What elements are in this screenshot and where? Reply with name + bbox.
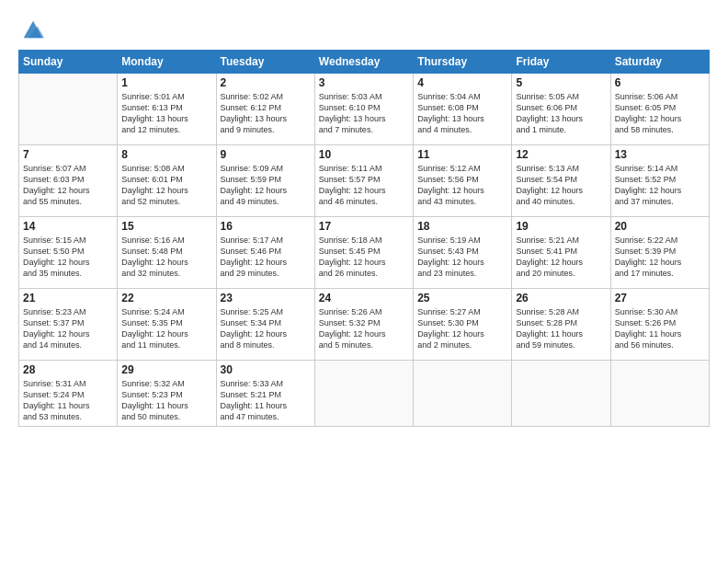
calendar-cell: 27Sunrise: 5:30 AM Sunset: 5:26 PM Dayli… <box>610 289 709 361</box>
col-header-friday: Friday <box>512 51 610 74</box>
calendar-cell: 30Sunrise: 5:33 AM Sunset: 5:21 PM Dayli… <box>216 361 314 427</box>
day-number: 11 <box>417 148 507 161</box>
day-info: Sunrise: 5:03 AM Sunset: 6:10 PM Dayligh… <box>319 91 409 136</box>
day-info: Sunrise: 5:11 AM Sunset: 5:57 PM Dayligh… <box>319 163 409 208</box>
day-number: 17 <box>319 220 409 233</box>
day-info: Sunrise: 5:01 AM Sunset: 6:13 PM Dayligh… <box>121 91 211 136</box>
calendar-cell: 10Sunrise: 5:11 AM Sunset: 5:57 PM Dayli… <box>314 145 413 217</box>
calendar-cell: 9Sunrise: 5:09 AM Sunset: 5:59 PM Daylig… <box>216 145 314 217</box>
calendar-cell: 14Sunrise: 5:15 AM Sunset: 5:50 PM Dayli… <box>19 217 118 289</box>
calendar-week-row: 14Sunrise: 5:15 AM Sunset: 5:50 PM Dayli… <box>19 217 710 289</box>
day-info: Sunrise: 5:16 AM Sunset: 5:48 PM Dayligh… <box>121 235 211 280</box>
calendar-cell: 16Sunrise: 5:17 AM Sunset: 5:46 PM Dayli… <box>216 217 314 289</box>
day-number: 23 <box>221 292 311 304</box>
calendar-week-row: 1Sunrise: 5:01 AM Sunset: 6:13 PM Daylig… <box>19 74 710 145</box>
day-number: 6 <box>615 76 705 89</box>
day-number: 19 <box>516 220 606 233</box>
col-header-tuesday: Tuesday <box>216 51 314 74</box>
calendar-cell: 25Sunrise: 5:27 AM Sunset: 5:30 PM Dayli… <box>414 289 512 361</box>
calendar-cell: 8Sunrise: 5:08 AM Sunset: 6:01 PM Daylig… <box>118 145 216 217</box>
header <box>18 17 710 40</box>
day-info: Sunrise: 5:05 AM Sunset: 6:06 PM Dayligh… <box>516 91 606 136</box>
calendar-cell: 6Sunrise: 5:06 AM Sunset: 6:05 PM Daylig… <box>610 74 709 145</box>
day-info: Sunrise: 5:18 AM Sunset: 5:45 PM Dayligh… <box>319 235 409 280</box>
calendar-cell: 26Sunrise: 5:28 AM Sunset: 5:28 PM Dayli… <box>512 289 610 361</box>
calendar-cell <box>512 361 610 427</box>
day-info: Sunrise: 5:08 AM Sunset: 6:01 PM Dayligh… <box>121 163 211 208</box>
day-info: Sunrise: 5:12 AM Sunset: 5:56 PM Dayligh… <box>417 163 507 208</box>
calendar-cell: 28Sunrise: 5:31 AM Sunset: 5:24 PM Dayli… <box>19 361 118 427</box>
day-number: 12 <box>516 148 606 161</box>
day-info: Sunrise: 5:30 AM Sunset: 5:26 PM Dayligh… <box>615 306 705 351</box>
calendar-cell: 23Sunrise: 5:25 AM Sunset: 5:34 PM Dayli… <box>216 289 314 361</box>
day-number: 2 <box>221 76 311 89</box>
col-header-sunday: Sunday <box>19 51 118 74</box>
day-info: Sunrise: 5:25 AM Sunset: 5:34 PM Dayligh… <box>221 306 311 351</box>
day-number: 13 <box>615 148 705 161</box>
day-number: 18 <box>417 220 507 233</box>
day-number: 5 <box>516 76 606 89</box>
calendar-week-row: 28Sunrise: 5:31 AM Sunset: 5:24 PM Dayli… <box>19 361 710 427</box>
day-info: Sunrise: 5:09 AM Sunset: 5:59 PM Dayligh… <box>221 163 311 208</box>
day-number: 4 <box>417 76 507 89</box>
day-info: Sunrise: 5:23 AM Sunset: 5:37 PM Dayligh… <box>23 306 113 351</box>
calendar-cell: 29Sunrise: 5:32 AM Sunset: 5:23 PM Dayli… <box>118 361 216 427</box>
day-number: 1 <box>121 76 211 89</box>
day-info: Sunrise: 5:02 AM Sunset: 6:12 PM Dayligh… <box>221 91 311 136</box>
day-info: Sunrise: 5:17 AM Sunset: 5:46 PM Dayligh… <box>221 235 311 280</box>
day-number: 30 <box>221 363 311 376</box>
day-number: 28 <box>23 363 113 376</box>
day-number: 24 <box>319 292 409 304</box>
calendar-week-row: 7Sunrise: 5:07 AM Sunset: 6:03 PM Daylig… <box>19 145 710 217</box>
calendar-cell: 7Sunrise: 5:07 AM Sunset: 6:03 PM Daylig… <box>19 145 118 217</box>
day-number: 16 <box>221 220 311 233</box>
day-info: Sunrise: 5:28 AM Sunset: 5:28 PM Dayligh… <box>516 306 606 351</box>
page: SundayMondayTuesdayWednesdayThursdayFrid… <box>0 0 728 563</box>
calendar-cell: 20Sunrise: 5:22 AM Sunset: 5:39 PM Dayli… <box>610 217 709 289</box>
calendar-cell: 17Sunrise: 5:18 AM Sunset: 5:45 PM Dayli… <box>314 217 413 289</box>
day-info: Sunrise: 5:14 AM Sunset: 5:52 PM Dayligh… <box>615 163 705 208</box>
calendar-cell: 21Sunrise: 5:23 AM Sunset: 5:37 PM Dayli… <box>19 289 118 361</box>
calendar-cell <box>314 361 413 427</box>
day-info: Sunrise: 5:32 AM Sunset: 5:23 PM Dayligh… <box>121 378 211 423</box>
day-info: Sunrise: 5:24 AM Sunset: 5:35 PM Dayligh… <box>121 306 211 351</box>
day-info: Sunrise: 5:19 AM Sunset: 5:43 PM Dayligh… <box>417 235 507 280</box>
day-number: 3 <box>319 76 409 89</box>
day-number: 29 <box>121 363 211 376</box>
day-info: Sunrise: 5:13 AM Sunset: 5:54 PM Dayligh… <box>516 163 606 208</box>
calendar-cell: 2Sunrise: 5:02 AM Sunset: 6:12 PM Daylig… <box>216 74 314 145</box>
calendar-cell: 11Sunrise: 5:12 AM Sunset: 5:56 PM Dayli… <box>414 145 512 217</box>
calendar-cell: 13Sunrise: 5:14 AM Sunset: 5:52 PM Dayli… <box>610 145 709 217</box>
day-info: Sunrise: 5:27 AM Sunset: 5:30 PM Dayligh… <box>417 306 507 351</box>
day-info: Sunrise: 5:33 AM Sunset: 5:21 PM Dayligh… <box>221 378 311 423</box>
day-number: 26 <box>516 292 606 304</box>
day-info: Sunrise: 5:21 AM Sunset: 5:41 PM Dayligh… <box>516 235 606 280</box>
day-number: 9 <box>221 148 311 161</box>
calendar-cell: 3Sunrise: 5:03 AM Sunset: 6:10 PM Daylig… <box>314 74 413 145</box>
day-info: Sunrise: 5:26 AM Sunset: 5:32 PM Dayligh… <box>319 306 409 351</box>
calendar-cell: 15Sunrise: 5:16 AM Sunset: 5:48 PM Dayli… <box>118 217 216 289</box>
day-info: Sunrise: 5:22 AM Sunset: 5:39 PM Dayligh… <box>615 235 705 280</box>
day-info: Sunrise: 5:04 AM Sunset: 6:08 PM Dayligh… <box>417 91 507 136</box>
logo-icon <box>20 17 46 42</box>
day-number: 8 <box>121 148 211 161</box>
calendar-cell: 19Sunrise: 5:21 AM Sunset: 5:41 PM Dayli… <box>512 217 610 289</box>
day-number: 25 <box>417 292 507 304</box>
calendar-header-row: SundayMondayTuesdayWednesdayThursdayFrid… <box>19 51 710 74</box>
day-number: 27 <box>615 292 705 304</box>
calendar-cell: 22Sunrise: 5:24 AM Sunset: 5:35 PM Dayli… <box>118 289 216 361</box>
logo <box>18 17 46 40</box>
calendar-week-row: 21Sunrise: 5:23 AM Sunset: 5:37 PM Dayli… <box>19 289 710 361</box>
day-info: Sunrise: 5:06 AM Sunset: 6:05 PM Dayligh… <box>615 91 705 136</box>
day-number: 15 <box>121 220 211 233</box>
calendar-cell: 24Sunrise: 5:26 AM Sunset: 5:32 PM Dayli… <box>314 289 413 361</box>
calendar-cell: 12Sunrise: 5:13 AM Sunset: 5:54 PM Dayli… <box>512 145 610 217</box>
col-header-monday: Monday <box>118 51 216 74</box>
calendar-cell <box>414 361 512 427</box>
day-number: 7 <box>23 148 113 161</box>
col-header-thursday: Thursday <box>414 51 512 74</box>
calendar-table: SundayMondayTuesdayWednesdayThursdayFrid… <box>18 50 710 427</box>
calendar-cell <box>610 361 709 427</box>
calendar-cell: 18Sunrise: 5:19 AM Sunset: 5:43 PM Dayli… <box>414 217 512 289</box>
day-info: Sunrise: 5:15 AM Sunset: 5:50 PM Dayligh… <box>23 235 113 280</box>
